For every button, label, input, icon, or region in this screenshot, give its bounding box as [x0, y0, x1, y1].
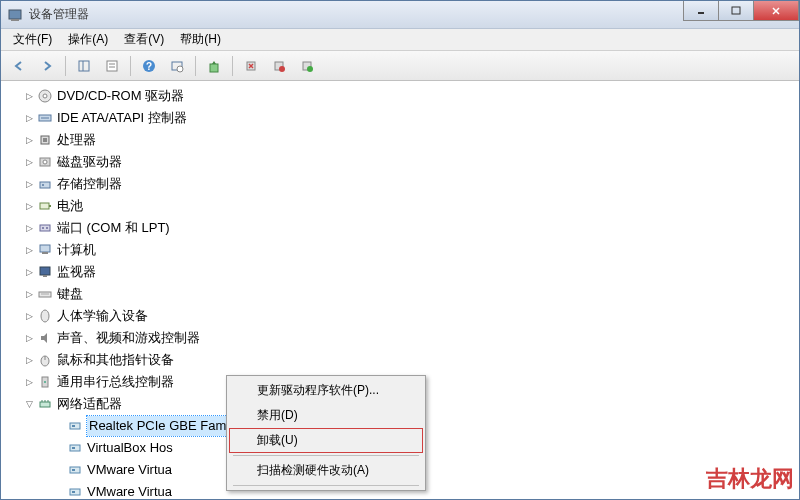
mouse-icon: [37, 352, 53, 368]
tree-item-label: VMware Virtua: [87, 482, 172, 499]
separator: [65, 56, 66, 76]
svg-rect-58: [72, 469, 75, 471]
watermark: 吉林龙网: [706, 464, 794, 494]
network-icon: [37, 396, 53, 412]
svg-rect-39: [42, 252, 48, 254]
menu-help[interactable]: 帮助(H): [172, 29, 229, 50]
svg-point-20: [279, 66, 285, 72]
ctx-uninstall[interactable]: 卸载(U): [229, 428, 423, 453]
disc-icon: [37, 88, 53, 104]
storage-icon: [37, 176, 53, 192]
disk-icon: [37, 154, 53, 170]
keyboard-icon: [37, 286, 53, 302]
svg-point-32: [42, 184, 44, 186]
ctx-update-driver[interactable]: 更新驱动程序软件(P)...: [229, 378, 423, 403]
expand-icon[interactable]: ▷: [23, 156, 35, 168]
help-button[interactable]: ?: [137, 55, 161, 77]
expand-icon[interactable]: ▷: [23, 134, 35, 146]
expand-icon[interactable]: ▷: [23, 112, 35, 124]
titlebar: 设备管理器: [1, 1, 799, 29]
separator: [195, 56, 196, 76]
expand-icon[interactable]: ▷: [23, 90, 35, 102]
svg-rect-40: [40, 267, 50, 275]
update-driver-button[interactable]: [202, 55, 226, 77]
svg-rect-34: [49, 205, 51, 207]
svg-rect-1: [11, 19, 19, 21]
tree-item[interactable]: ▷磁盘驱动器: [5, 151, 795, 173]
expand-icon[interactable]: ▷: [23, 200, 35, 212]
tree-item-label: 磁盘驱动器: [57, 152, 122, 172]
tree-item[interactable]: ▷存储控制器: [5, 173, 795, 195]
tree-item[interactable]: ▷DVD/CD-ROM 驱动器: [5, 85, 795, 107]
ctx-scan-hardware[interactable]: 扫描检测硬件改动(A): [229, 458, 423, 483]
forward-button[interactable]: [35, 55, 59, 77]
expand-icon[interactable]: ▷: [23, 310, 35, 322]
tree-item-label: 监视器: [57, 262, 96, 282]
properties-button[interactable]: [100, 55, 124, 77]
menu-file[interactable]: 文件(F): [5, 29, 60, 50]
ctx-disable[interactable]: 禁用(D): [229, 403, 423, 428]
tree-item[interactable]: ▷人体学输入设备: [5, 305, 795, 327]
expand-icon[interactable]: ▷: [23, 376, 35, 388]
svg-rect-49: [40, 402, 50, 407]
enable-button[interactable]: [295, 55, 319, 77]
close-button[interactable]: [753, 1, 799, 21]
expand-icon[interactable]: ▷: [23, 266, 35, 278]
expand-icon[interactable]: ▷: [23, 178, 35, 190]
ide-icon: [37, 110, 53, 126]
computer-icon: [37, 242, 53, 258]
nic-icon: [67, 418, 83, 434]
tree-item-label: 存储控制器: [57, 174, 122, 194]
expand-icon[interactable]: ▷: [23, 332, 35, 344]
tree-item-label: 计算机: [57, 240, 96, 260]
tree-item[interactable]: ▷声音、视频和游戏控制器: [5, 327, 795, 349]
usb-icon: [37, 374, 53, 390]
tree-item[interactable]: ▷处理器: [5, 129, 795, 151]
separator: [130, 56, 131, 76]
svg-point-44: [41, 310, 49, 322]
tree-item-label: VirtualBox Hos: [87, 438, 173, 458]
tree-item[interactable]: ▷鼠标和其他指针设备: [5, 349, 795, 371]
tree-item-label: 声音、视频和游戏控制器: [57, 328, 200, 348]
expand-icon[interactable]: ▷: [23, 288, 35, 300]
disable-button[interactable]: [267, 55, 291, 77]
window-controls: [684, 1, 799, 21]
tree-item-label: 鼠标和其他指针设备: [57, 350, 174, 370]
show-hide-button[interactable]: [72, 55, 96, 77]
menu-action[interactable]: 操作(A): [60, 29, 116, 50]
tree-item[interactable]: ▷键盘: [5, 283, 795, 305]
svg-rect-38: [40, 245, 50, 252]
expand-icon[interactable]: ▷: [23, 244, 35, 256]
tree-item-label: DVD/CD-ROM 驱动器: [57, 86, 184, 106]
tree-item[interactable]: ▷IDE ATA/ATAPI 控制器: [5, 107, 795, 129]
app-icon: [7, 7, 23, 23]
no-expander: [53, 486, 65, 498]
tree-item[interactable]: ▷计算机: [5, 239, 795, 261]
svg-point-37: [46, 227, 48, 229]
menu-view[interactable]: 查看(V): [116, 29, 172, 50]
separator: [233, 455, 419, 456]
tree-item[interactable]: ▷端口 (COM 和 LPT): [5, 217, 795, 239]
svg-rect-15: [210, 64, 218, 72]
no-expander: [53, 464, 65, 476]
nic-icon: [67, 462, 83, 478]
minimize-button[interactable]: [683, 1, 719, 21]
svg-rect-0: [9, 10, 21, 19]
collapse-icon[interactable]: ▽: [23, 398, 35, 410]
tree-item-label: 通用串行总线控制器: [57, 372, 174, 392]
tree-item[interactable]: ▷电池: [5, 195, 795, 217]
svg-point-48: [44, 381, 46, 383]
context-menu: 更新驱动程序软件(P)... 禁用(D) 卸载(U) 扫描检测硬件改动(A): [226, 375, 426, 491]
uninstall-button[interactable]: [239, 55, 263, 77]
scan-button[interactable]: [165, 55, 189, 77]
tree-item[interactable]: ▷监视器: [5, 261, 795, 283]
maximize-button[interactable]: [718, 1, 754, 21]
svg-rect-54: [72, 425, 75, 427]
back-button[interactable]: [7, 55, 31, 77]
expand-icon[interactable]: ▷: [23, 222, 35, 234]
svg-rect-8: [107, 61, 117, 71]
sound-icon: [37, 330, 53, 346]
expand-icon[interactable]: ▷: [23, 354, 35, 366]
tree-item-label: 网络适配器: [57, 394, 122, 414]
menubar: 文件(F) 操作(A) 查看(V) 帮助(H): [1, 29, 799, 51]
